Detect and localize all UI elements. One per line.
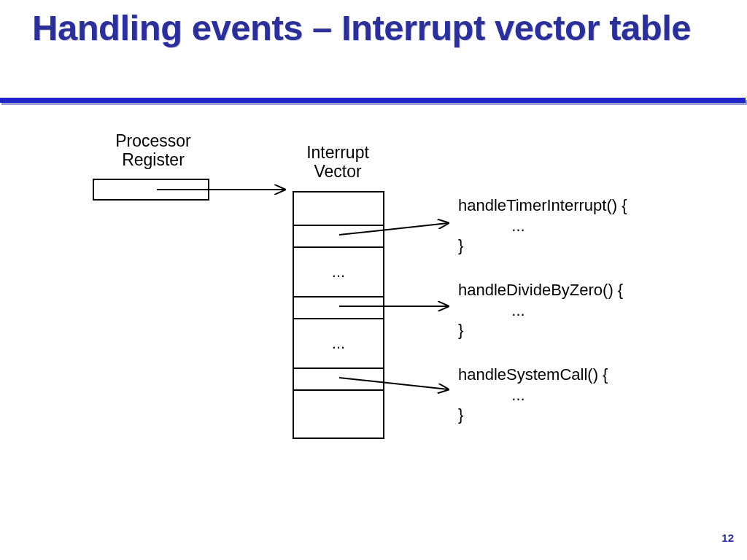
vector-cell-6 — [294, 389, 383, 439]
vector-cell-3 — [294, 296, 383, 318]
vector-cell-1 — [294, 225, 383, 246]
slide-title: Handling events – Interrupt vector table — [32, 9, 691, 47]
handler-divzero-code: handleDivideByZero() { ... } — [458, 280, 623, 341]
handler-timer-code: handleTimerInterrupt() { ... } — [458, 195, 627, 256]
processor-register-label: ProcessorRegister — [88, 131, 219, 170]
vector-cell-0 — [294, 192, 383, 225]
interrupt-vector-label: InterruptVector — [272, 143, 403, 182]
processor-register-box — [93, 179, 209, 201]
interrupt-vector-table: ... ... — [293, 191, 384, 439]
vector-cell-2: ... — [294, 246, 383, 296]
title-underline — [0, 98, 747, 105]
vector-cell-5 — [294, 368, 383, 389]
vector-cell-4: ... — [294, 318, 383, 368]
page-number: 12 — [721, 532, 734, 544]
handler-syscall-code: handleSystemCall() { ... } — [458, 365, 608, 425]
